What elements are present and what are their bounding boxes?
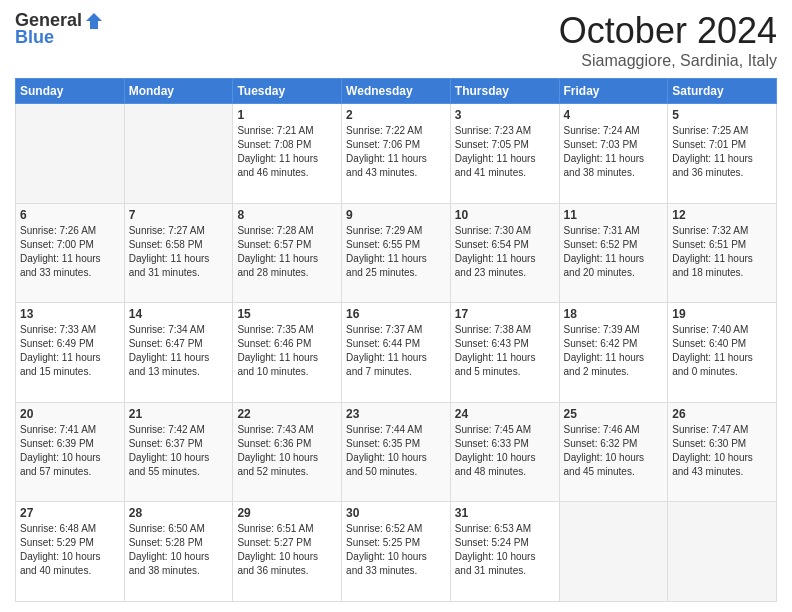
weekday-header: Thursday (450, 79, 559, 104)
calendar-cell: 30Sunrise: 6:52 AMSunset: 5:25 PMDayligh… (342, 502, 451, 602)
day-number: 4 (564, 108, 664, 122)
calendar-cell (668, 502, 777, 602)
calendar-cell: 26Sunrise: 7:47 AMSunset: 6:30 PMDayligh… (668, 402, 777, 502)
day-number: 2 (346, 108, 446, 122)
day-info: Sunrise: 7:38 AMSunset: 6:43 PMDaylight:… (455, 323, 555, 379)
day-info: Sunrise: 6:48 AMSunset: 5:29 PMDaylight:… (20, 522, 120, 578)
calendar-cell: 9Sunrise: 7:29 AMSunset: 6:55 PMDaylight… (342, 203, 451, 303)
header: General Blue October 2024 Siamaggiore, S… (15, 10, 777, 70)
calendar-week-row: 20Sunrise: 7:41 AMSunset: 6:39 PMDayligh… (16, 402, 777, 502)
calendar-cell: 1Sunrise: 7:21 AMSunset: 7:08 PMDaylight… (233, 104, 342, 204)
calendar-week-row: 13Sunrise: 7:33 AMSunset: 6:49 PMDayligh… (16, 303, 777, 403)
day-number: 25 (564, 407, 664, 421)
weekday-header: Wednesday (342, 79, 451, 104)
day-info: Sunrise: 7:32 AMSunset: 6:51 PMDaylight:… (672, 224, 772, 280)
calendar-cell: 7Sunrise: 7:27 AMSunset: 6:58 PMDaylight… (124, 203, 233, 303)
logo-icon (84, 11, 104, 31)
day-number: 6 (20, 208, 120, 222)
calendar-cell: 5Sunrise: 7:25 AMSunset: 7:01 PMDaylight… (668, 104, 777, 204)
calendar-cell: 15Sunrise: 7:35 AMSunset: 6:46 PMDayligh… (233, 303, 342, 403)
day-info: Sunrise: 7:47 AMSunset: 6:30 PMDaylight:… (672, 423, 772, 479)
day-info: Sunrise: 6:51 AMSunset: 5:27 PMDaylight:… (237, 522, 337, 578)
day-number: 12 (672, 208, 772, 222)
day-number: 20 (20, 407, 120, 421)
weekday-header: Saturday (668, 79, 777, 104)
calendar-cell (124, 104, 233, 204)
day-number: 14 (129, 307, 229, 321)
day-info: Sunrise: 6:52 AMSunset: 5:25 PMDaylight:… (346, 522, 446, 578)
page: General Blue October 2024 Siamaggiore, S… (0, 0, 792, 612)
day-info: Sunrise: 7:33 AMSunset: 6:49 PMDaylight:… (20, 323, 120, 379)
day-number: 15 (237, 307, 337, 321)
day-number: 29 (237, 506, 337, 520)
calendar-cell: 11Sunrise: 7:31 AMSunset: 6:52 PMDayligh… (559, 203, 668, 303)
calendar-cell: 31Sunrise: 6:53 AMSunset: 5:24 PMDayligh… (450, 502, 559, 602)
day-number: 18 (564, 307, 664, 321)
day-info: Sunrise: 6:53 AMSunset: 5:24 PMDaylight:… (455, 522, 555, 578)
day-info: Sunrise: 7:31 AMSunset: 6:52 PMDaylight:… (564, 224, 664, 280)
day-number: 16 (346, 307, 446, 321)
day-info: Sunrise: 7:42 AMSunset: 6:37 PMDaylight:… (129, 423, 229, 479)
calendar-cell: 10Sunrise: 7:30 AMSunset: 6:54 PMDayligh… (450, 203, 559, 303)
calendar-header-row: SundayMondayTuesdayWednesdayThursdayFrid… (16, 79, 777, 104)
weekday-header: Monday (124, 79, 233, 104)
day-info: Sunrise: 7:28 AMSunset: 6:57 PMDaylight:… (237, 224, 337, 280)
day-number: 24 (455, 407, 555, 421)
calendar-cell: 18Sunrise: 7:39 AMSunset: 6:42 PMDayligh… (559, 303, 668, 403)
calendar-cell: 19Sunrise: 7:40 AMSunset: 6:40 PMDayligh… (668, 303, 777, 403)
month-title: October 2024 (559, 10, 777, 52)
calendar-cell: 28Sunrise: 6:50 AMSunset: 5:28 PMDayligh… (124, 502, 233, 602)
calendar-cell: 17Sunrise: 7:38 AMSunset: 6:43 PMDayligh… (450, 303, 559, 403)
day-info: Sunrise: 7:30 AMSunset: 6:54 PMDaylight:… (455, 224, 555, 280)
day-number: 9 (346, 208, 446, 222)
calendar-week-row: 6Sunrise: 7:26 AMSunset: 7:00 PMDaylight… (16, 203, 777, 303)
calendar-week-row: 1Sunrise: 7:21 AMSunset: 7:08 PMDaylight… (16, 104, 777, 204)
svg-marker-0 (86, 13, 102, 29)
day-number: 3 (455, 108, 555, 122)
day-info: Sunrise: 6:50 AMSunset: 5:28 PMDaylight:… (129, 522, 229, 578)
day-number: 10 (455, 208, 555, 222)
day-number: 19 (672, 307, 772, 321)
title-section: October 2024 Siamaggiore, Sardinia, Ital… (559, 10, 777, 70)
weekday-header: Tuesday (233, 79, 342, 104)
day-info: Sunrise: 7:40 AMSunset: 6:40 PMDaylight:… (672, 323, 772, 379)
day-number: 28 (129, 506, 229, 520)
day-info: Sunrise: 7:39 AMSunset: 6:42 PMDaylight:… (564, 323, 664, 379)
day-info: Sunrise: 7:21 AMSunset: 7:08 PMDaylight:… (237, 124, 337, 180)
calendar-cell: 3Sunrise: 7:23 AMSunset: 7:05 PMDaylight… (450, 104, 559, 204)
day-number: 31 (455, 506, 555, 520)
day-number: 11 (564, 208, 664, 222)
calendar-cell: 24Sunrise: 7:45 AMSunset: 6:33 PMDayligh… (450, 402, 559, 502)
day-info: Sunrise: 7:45 AMSunset: 6:33 PMDaylight:… (455, 423, 555, 479)
calendar-cell: 16Sunrise: 7:37 AMSunset: 6:44 PMDayligh… (342, 303, 451, 403)
day-number: 7 (129, 208, 229, 222)
calendar-cell (16, 104, 125, 204)
day-info: Sunrise: 7:34 AMSunset: 6:47 PMDaylight:… (129, 323, 229, 379)
day-info: Sunrise: 7:27 AMSunset: 6:58 PMDaylight:… (129, 224, 229, 280)
day-info: Sunrise: 7:29 AMSunset: 6:55 PMDaylight:… (346, 224, 446, 280)
calendar-cell: 23Sunrise: 7:44 AMSunset: 6:35 PMDayligh… (342, 402, 451, 502)
day-info: Sunrise: 7:44 AMSunset: 6:35 PMDaylight:… (346, 423, 446, 479)
day-number: 26 (672, 407, 772, 421)
day-number: 22 (237, 407, 337, 421)
weekday-header: Sunday (16, 79, 125, 104)
day-number: 27 (20, 506, 120, 520)
subtitle: Siamaggiore, Sardinia, Italy (559, 52, 777, 70)
day-number: 23 (346, 407, 446, 421)
weekday-header: Friday (559, 79, 668, 104)
calendar-cell: 13Sunrise: 7:33 AMSunset: 6:49 PMDayligh… (16, 303, 125, 403)
calendar-cell: 2Sunrise: 7:22 AMSunset: 7:06 PMDaylight… (342, 104, 451, 204)
day-info: Sunrise: 7:37 AMSunset: 6:44 PMDaylight:… (346, 323, 446, 379)
day-number: 30 (346, 506, 446, 520)
calendar-cell: 27Sunrise: 6:48 AMSunset: 5:29 PMDayligh… (16, 502, 125, 602)
logo: General Blue (15, 10, 104, 48)
day-info: Sunrise: 7:25 AMSunset: 7:01 PMDaylight:… (672, 124, 772, 180)
day-number: 13 (20, 307, 120, 321)
calendar-cell: 8Sunrise: 7:28 AMSunset: 6:57 PMDaylight… (233, 203, 342, 303)
day-info: Sunrise: 7:46 AMSunset: 6:32 PMDaylight:… (564, 423, 664, 479)
day-number: 8 (237, 208, 337, 222)
calendar-table: SundayMondayTuesdayWednesdayThursdayFrid… (15, 78, 777, 602)
calendar-cell: 20Sunrise: 7:41 AMSunset: 6:39 PMDayligh… (16, 402, 125, 502)
calendar-cell: 4Sunrise: 7:24 AMSunset: 7:03 PMDaylight… (559, 104, 668, 204)
day-info: Sunrise: 7:24 AMSunset: 7:03 PMDaylight:… (564, 124, 664, 180)
